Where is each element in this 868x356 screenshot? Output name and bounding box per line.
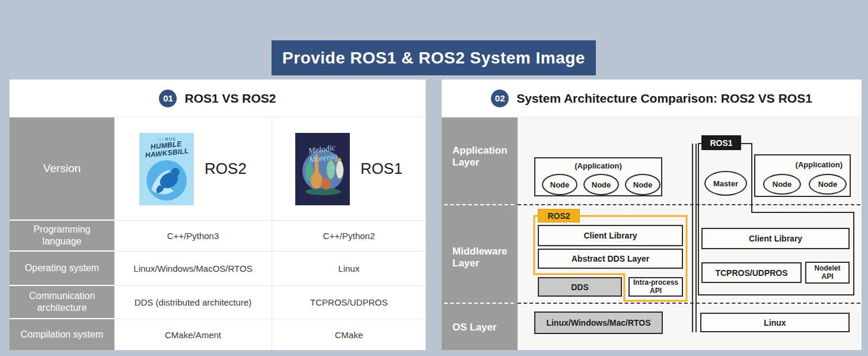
client-library-box-ros2: Client Library (538, 225, 683, 246)
node-ellipse: Node (542, 174, 577, 195)
application-box-ros2: (Application) Node Node Node (534, 157, 662, 196)
ros-logo-text: ::: ROS (324, 166, 340, 170)
version-cell-ros2: ::: ROS HUMBLE HAWKSBILL ROS2 (114, 117, 272, 221)
node-ellipse: Node (625, 174, 660, 195)
ros-divider-line (695, 144, 697, 332)
turtle-illustration (139, 154, 194, 205)
layer-sidebar: Application Layer Middleware Layer OS La… (442, 117, 518, 350)
cell-ros1-programming-language: C++/Python2 (272, 221, 426, 252)
tcpros-udpros-box: TCPROS/UDPROS (701, 262, 802, 283)
row-label-programming-language: Programming language (9, 221, 114, 252)
application-label: (Application) (796, 160, 843, 169)
page: { "banner": { "title": "Provide ROS1 & R… (0, 0, 868, 356)
node-ellipse: Node (583, 174, 619, 195)
cell-ros1-communication-architecture: TCPROS/UDPROS (272, 286, 426, 319)
row-label-communication-architecture: Communication architecture (9, 286, 114, 319)
application-label: (Application) (535, 161, 661, 170)
middleware-layer-label: Middleware Layer (452, 246, 512, 270)
node-ellipse: Node (809, 174, 847, 195)
section-01-badge: 01 (159, 90, 177, 107)
ros-divider-line (692, 144, 693, 332)
cell-ros2-programming-language: C++/Python3 (114, 221, 272, 252)
ros2-caption: ROS2 (205, 160, 247, 178)
abstract-dds-layer-box: Abstract DDS Layer (538, 249, 683, 269)
nodelet-api-box: Nodelet API (805, 262, 850, 284)
os-box-ros2: Linux/Windows/Mac/RTOS (534, 312, 663, 334)
comparison-table: Version ::: ROS HUMBLE HAWKSBILL ROS2 (9, 117, 426, 349)
architecture-diagram: Application Layer Middleware Layer OS La… (442, 117, 861, 350)
node-ellipse: Node (763, 174, 801, 195)
left-panel-title: ROS1 VS ROS2 (184, 91, 276, 106)
architecture-panel: 02 System Architecture Comparison: ROS2 … (442, 80, 861, 350)
application-layer-label: Application Layer (452, 145, 512, 169)
ros1-caption: ROS1 (360, 160, 403, 178)
dds-box: DDS (538, 277, 622, 297)
application-box-ros1: (Application) Node Node (754, 154, 851, 197)
row-label-version: Version (9, 117, 114, 221)
version-cell-ros1: Melodic Morenia ::: ROS ROS1 (272, 117, 426, 221)
ros-comparison-panel: 01 ROS1 VS ROS2 Version ::: ROS HUMBLE H… (9, 80, 426, 350)
section-02-badge: 02 (491, 90, 509, 107)
cell-ros1-compilation-system: CMake (272, 319, 426, 350)
right-panel-header: 02 System Architecture Comparison: ROS2 … (442, 80, 861, 117)
page-title-banner: Provide ROS1 & ROS2 System Image (272, 40, 596, 75)
layer-divider-dashed (518, 204, 860, 205)
ros2-humble-hawksbill-poster-image: ::: ROS HUMBLE HAWKSBILL (139, 133, 194, 205)
layer-divider-dashed (444, 204, 514, 205)
cell-ros1-operating-system: Linux (272, 252, 426, 286)
cell-ros2-compilation-system: CMake/Ament (114, 319, 272, 350)
os-layer-label: OS Layer (452, 322, 512, 333)
row-label-compilation-system: Compilation system (9, 319, 114, 350)
cell-ros2-operating-system: Linux/Windows/MacOS/RTOS (114, 252, 272, 286)
os-box-ros1: Linux (700, 313, 850, 332)
layer-divider-dashed (518, 303, 860, 304)
row-label-operating-system: Operating system (9, 252, 114, 286)
client-library-box-ros1: Client Library (701, 228, 850, 249)
ros2-tag: ROS2 (538, 209, 580, 223)
ros1-melodic-morenia-poster-image: Melodic Morenia ::: ROS (295, 133, 350, 205)
cell-ros2-communication-architecture: DDS (distributed architecture) (114, 286, 272, 319)
layer-divider-dashed (444, 303, 514, 304)
right-panel-title: System Architecture Comparison: ROS2 VS … (516, 91, 812, 106)
left-panel-header: 01 ROS1 VS ROS2 (9, 80, 426, 117)
ros1-tag: ROS1 (701, 135, 741, 150)
master-ellipse: Master (704, 171, 747, 196)
intra-process-api-box: Intra-process API (628, 277, 683, 297)
